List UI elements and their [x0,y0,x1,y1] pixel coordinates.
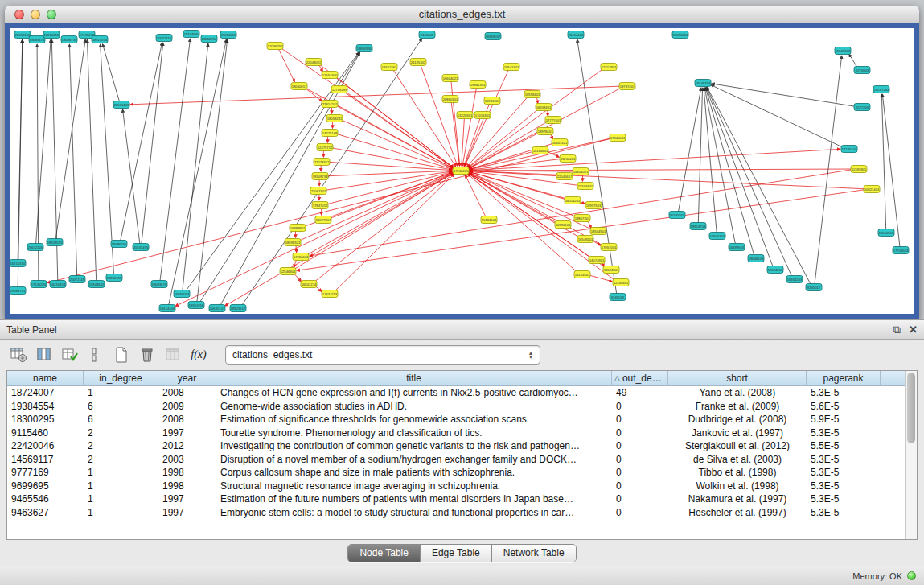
table-cell[interactable]: 5.3E-5 [807,507,881,518]
graph-node[interactable]: 18280754 [201,35,217,43]
table-cell[interactable]: 5.9E-5 [807,414,881,425]
table-cell[interactable]: 0 [612,480,668,492]
graph-node[interactable]: 9274803 [854,67,870,74]
table-scrollbar[interactable] [905,371,917,539]
float-panel-icon[interactable]: ⧉ [893,324,901,335]
table-cell[interactable]: 2 [84,454,158,465]
column-header-title[interactable]: title [216,371,612,385]
column-header-in-degree[interactable]: in_degree [84,371,158,385]
table-cell[interactable]: 2 [84,427,158,439]
graph-node[interactable]: 20072118 [69,276,85,283]
graph-node[interactable]: 19737401 [619,83,635,90]
delete-table-button[interactable] [137,344,158,365]
graph-node[interactable]: 17534113 [322,290,338,298]
graph-node[interactable]: 14601021 [573,168,589,175]
table-cell[interactable]: 14569117 [7,454,84,465]
table-cell[interactable]: 0 [612,507,668,518]
graph-node[interactable]: 18060017 [291,83,307,90]
graph-node[interactable]: 22040617 [556,173,573,180]
graph-node[interactable]: 18247103 [873,86,889,93]
table-cell[interactable]: Hescheler et al. (1997) [668,507,807,518]
graph-node[interactable]: 18923515 [47,239,63,246]
table-cell[interactable]: 1998 [158,480,216,492]
graph-node[interactable]: 18914703 [690,223,706,230]
graph-node[interactable]: 13210401 [560,155,576,163]
table-cell[interactable]: 5.3E-5 [807,493,881,505]
table-cell[interactable]: Estimation of significance thresholds fo… [216,414,612,425]
table-cell[interactable]: 0 [612,493,668,505]
graph-node[interactable]: 19351954 [672,31,688,39]
graph-node[interactable]: 19448794 [695,80,711,87]
table-settings-button[interactable] [8,344,29,365]
table-cell[interactable]: 5.3E-5 [807,387,881,398]
table-cell[interactable]: Stergiakouli et al. (2012) [668,440,807,451]
table-cell[interactable]: 1997 [158,427,216,439]
graph-node[interactable]: 17847012 [312,202,328,209]
table-cell[interactable]: Changes of HCN gene expression and I(f) … [216,387,612,398]
table-cell[interactable]: 2008 [158,414,216,425]
graph-node[interactable]: 21125301 [410,59,426,66]
graph-node[interactable]: 20860301 [442,96,458,103]
show-columns-button[interactable] [34,344,55,365]
graph-node[interactable]: 18058241 [326,115,343,122]
graph-node[interactable]: 20531453 [113,101,129,109]
tab-node-table[interactable]: Node Table [348,545,421,562]
table-cell[interactable]: 18724007 [7,387,84,398]
table-cell[interactable]: 6 [84,401,158,412]
column-header-year[interactable]: year [158,371,216,385]
graph-node[interactable]: 20632107 [209,305,225,312]
graph-node[interactable]: 19088739 [61,36,77,43]
minimize-window-button[interactable] [31,10,40,19]
function-builder-button[interactable]: f(x) [188,344,209,365]
table-cell[interactable]: 0 [612,414,668,425]
graph-node[interactable]: 18923514 [92,36,108,43]
network-graph[interactable]: 2063210319083674162103121908873917135278… [10,28,914,314]
table-cell[interactable]: 0 [612,467,668,478]
graph-node[interactable]: 18414408 [159,305,175,312]
graph-node[interactable]: 17284001 [293,253,309,261]
graph-node[interactable]: 17240415 [453,167,469,175]
graph-node[interactable]: 8163041 [419,31,435,39]
graph-node[interactable]: 19086055 [111,241,127,248]
graph-node[interactable]: 15945303 [709,233,725,240]
graph-node[interactable]: 18414406 [568,31,584,39]
column-header-pagerank[interactable]: pagerank [807,371,881,385]
tab-edge-table[interactable]: Edge Table [421,545,492,562]
table-cell[interactable]: 5.6E-5 [807,401,881,412]
table-cell[interactable]: 2 [84,440,158,451]
table-cell[interactable]: 0 [612,401,668,412]
table-cell[interactable]: 5.5E-5 [807,440,881,451]
table-cell[interactable]: Wolkin et al. (1998) [668,480,807,492]
table-cell[interactable]: 2008 [158,387,216,398]
table-cell[interactable]: Embryonic stem cells: a model to study s… [216,507,612,518]
close-panel-icon[interactable]: ✕ [909,324,918,335]
table-cell[interactable]: 2003 [158,454,216,465]
graph-node[interactable]: 14275168 [322,130,338,137]
table-cell[interactable]: Nakamura et al. (1997) [668,493,807,505]
table-cell[interactable]: 9115460 [7,427,84,439]
graph-node[interactable]: 14074901 [589,257,605,264]
graph-node[interactable]: 16791903 [669,212,685,219]
table-cell[interactable]: 1 [84,507,158,518]
table-cell[interactable]: 5.3E-5 [807,454,881,465]
table-row[interactable]: 1456911722003Disruption of a novel membe… [7,453,905,467]
table-cell[interactable]: Tibbo et al. (1998) [668,467,807,478]
table-row[interactable]: 977716911998Corpus callosum shape and si… [7,466,905,480]
import-table-button[interactable] [162,344,183,365]
table-source-dropdown[interactable]: citations_edges.txt ▲ ▼ [225,345,540,365]
graph-node[interactable]: 18978401 [537,128,553,135]
table-cell[interactable]: 1 [84,387,158,398]
graph-node[interactable]: 18504901 [590,228,606,235]
graph-node[interactable]: 18280756 [106,274,122,282]
table-cell[interactable]: 0 [612,427,668,439]
table-cell[interactable]: 5.3E-5 [807,427,881,439]
graph-node[interactable]: 12748199 [331,86,347,93]
graph-node[interactable]: 12546301 [280,268,296,275]
graph-node[interactable]: 13220301 [457,112,473,119]
graph-node[interactable]: 17704503 [893,247,909,254]
graph-node[interactable]: 19046103 [748,255,764,262]
graph-node[interactable]: 19083674 [29,36,45,43]
graph-node[interactable]: 18957501 [585,202,602,209]
zoom-window-button[interactable] [47,10,56,19]
graph-node[interactable]: 17845001 [610,134,626,142]
